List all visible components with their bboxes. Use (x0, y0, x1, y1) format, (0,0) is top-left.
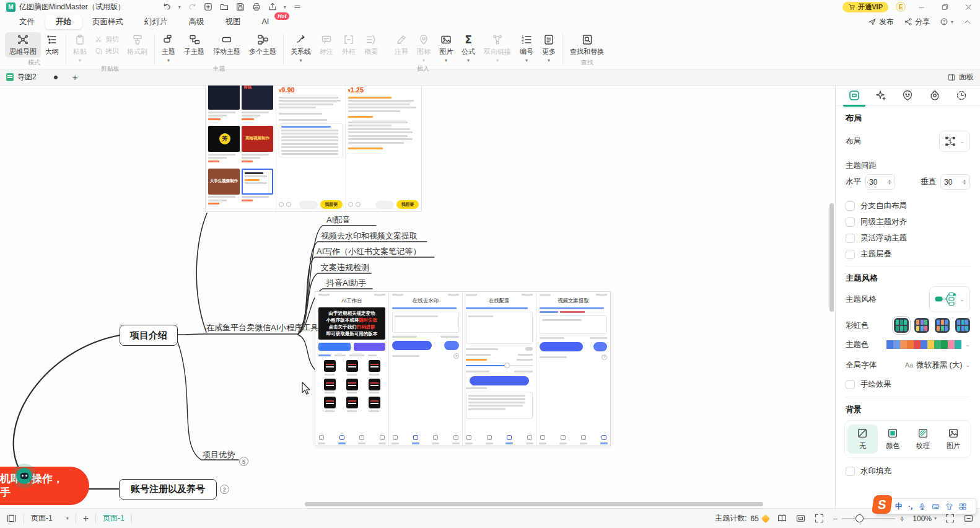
checkbox-icon[interactable] (846, 234, 855, 243)
callout-button[interactable]: 标注 (315, 32, 338, 58)
pages-overview-icon[interactable] (6, 513, 17, 524)
subtopic-douyin-ai[interactable]: 抖音AI助手 (326, 278, 366, 289)
close-button[interactable] (960, 1, 976, 12)
checkbox-sibling-align[interactable]: 同级主题对齐 (846, 217, 970, 227)
print-icon[interactable] (252, 2, 261, 12)
tab-ai[interactable]: AI Hot (252, 15, 280, 28)
ime-voice-icon[interactable] (918, 503, 926, 511)
document-tab[interactable]: 导图2 (17, 72, 37, 82)
avatar[interactable]: E (896, 2, 906, 12)
canvas-vertical-scrollbar[interactable] (829, 203, 834, 312)
tab-view[interactable]: 视图 (215, 15, 252, 29)
collapse-panel-icon[interactable] (963, 513, 974, 524)
redo-icon[interactable] (187, 2, 197, 12)
page-dropdown[interactable]: 页面-1▾ (31, 513, 69, 524)
cut-button[interactable]: 剪切 (95, 35, 119, 44)
undo-dropdown-caret[interactable]: ▾ (178, 4, 181, 10)
checkbox-icon[interactable] (846, 250, 855, 259)
checkbox-icon[interactable] (846, 380, 855, 389)
checkbox-topic-overlap[interactable]: 主题层叠 (846, 249, 970, 260)
collapse-ribbon-icon[interactable] (963, 18, 971, 26)
theme-color-strip[interactable] (886, 340, 961, 349)
maximize-button[interactable] (937, 1, 953, 12)
share-button[interactable]: 分享 (904, 17, 930, 27)
help-button[interactable]: ▾ (940, 17, 953, 26)
ime-keyboard-icon[interactable] (932, 503, 940, 511)
new-document-icon[interactable] (203, 2, 213, 12)
subtopic-compliance[interactable]: 文案违规检测 (321, 262, 369, 273)
checkbox-handdrawn[interactable]: 手绘效果 (846, 379, 970, 390)
ime-toolbox-icon[interactable] (959, 503, 967, 511)
note-button[interactable]: 注释 (390, 32, 413, 58)
central-topic[interactable]: 机即可操作， 手 (0, 467, 89, 505)
fullscreen-icon[interactable] (945, 513, 955, 524)
checkbox-watermark[interactable]: 水印填充 (846, 466, 970, 477)
tab-advanced[interactable]: 高级 (178, 15, 215, 29)
relation-line-button[interactable]: 关系线▾ (286, 32, 315, 64)
sogou-logo-icon[interactable]: S (872, 495, 893, 514)
copy-button[interactable]: 拷贝 (95, 46, 119, 56)
bg-option-color[interactable]: 颜色 (878, 425, 908, 454)
more-button[interactable]: 更多▾ (538, 32, 560, 64)
minimize-button[interactable] (913, 1, 929, 12)
topic-project-intro[interactable]: 项目介绍 (120, 325, 178, 346)
ai-robot-icon[interactable] (16, 468, 32, 484)
panel-tab-sticker[interactable] (901, 89, 914, 102)
bg-option-none[interactable]: 无 (847, 425, 878, 454)
ime-toolbar[interactable]: S 中 ·, (876, 498, 976, 514)
formula-button[interactable]: Σ 公式▾ (457, 32, 479, 64)
ime-skin-icon[interactable] (945, 503, 953, 511)
topic-branch-xianyu[interactable]: 在咸鱼平台卖微信AI小程序工具 (206, 322, 318, 333)
checkbox-icon[interactable] (846, 201, 855, 211)
bg-option-texture[interactable]: 纹理 (908, 425, 938, 454)
checkbox-icon[interactable] (846, 218, 855, 227)
theme-color-caret[interactable]: ⌄ (965, 341, 970, 348)
subtopic-watermark[interactable]: 视频去水印和视频文案提取 (321, 231, 418, 242)
topic-project-advantage[interactable]: 项目优势 (203, 449, 235, 460)
panel-tab-layout[interactable] (847, 89, 861, 102)
multi-topic-button[interactable]: 多个主题 (245, 32, 281, 58)
subtopic-ai-writing[interactable]: AI写作（小红书文案笔记等） (317, 246, 421, 257)
zoom-in-button[interactable]: + (899, 514, 904, 524)
page-tab-active[interactable]: 页面-1 (103, 513, 125, 524)
subtopic-button[interactable]: 子主题 (180, 32, 209, 58)
sticker-button[interactable]: 图标▾ (413, 32, 435, 64)
floating-topic-button[interactable]: 浮动主题 (209, 32, 245, 58)
topic-button[interactable]: 主题▾ (157, 32, 180, 64)
checkbox-flexible-floating[interactable]: 灵活浮动主题 (846, 233, 970, 244)
paste-button[interactable]: 粘贴▾ (69, 32, 91, 64)
checkbox-free-layout[interactable]: 分支自由布局 (846, 201, 970, 211)
global-font-dropdown[interactable]: Aa 微软雅黑 (大) ⌄ (905, 360, 970, 371)
slideshow-icon[interactable] (795, 513, 806, 524)
add-page-button[interactable]: + (83, 513, 89, 524)
outline-mode-button[interactable]: 大纲 (41, 32, 63, 58)
topic-account-register[interactable]: 账号注册以及养号 (119, 479, 217, 499)
find-replace-button[interactable]: 查找和替换 (566, 32, 608, 58)
fit-to-screen-icon[interactable] (814, 513, 825, 524)
save-icon[interactable] (235, 2, 245, 12)
collapse-badge-5[interactable]: 5 (239, 457, 248, 466)
layout-dropdown[interactable]: ⌄ (939, 131, 970, 152)
tab-slides[interactable]: 幻灯片 (134, 15, 178, 29)
zoom-level-dropdown[interactable]: 100%▾ (912, 514, 937, 523)
ime-language-toggle[interactable]: 中 (895, 501, 903, 512)
rainbow-palette-2[interactable] (914, 318, 929, 333)
ime-punctuation-toggle[interactable]: ·, (908, 502, 912, 511)
panel-toggle-button[interactable]: 面板 (947, 72, 974, 82)
rainbow-palette-4[interactable] (955, 318, 970, 333)
rainbow-palette-1[interactable] (894, 318, 909, 333)
zoom-slider-knob[interactable] (855, 514, 864, 522)
mindmap-mode-button[interactable]: 思维导图 (5, 32, 41, 58)
canvas-horizontal-scrollbar[interactable] (305, 502, 763, 506)
tab-page-style[interactable]: 页面样式 (82, 15, 134, 29)
bidirectional-link-button[interactable]: 双向链接▾ (479, 32, 515, 64)
tab-file[interactable]: 文件 (9, 15, 45, 29)
format-painter-button[interactable]: 格式刷 (123, 32, 152, 58)
theme-style-dropdown[interactable]: ⌄ (929, 286, 970, 312)
add-document-tab-button[interactable]: + (72, 72, 78, 82)
summary-button[interactable]: 概要 (360, 32, 382, 58)
zoom-out-button[interactable]: − (833, 514, 838, 524)
open-file-icon[interactable] (219, 2, 229, 12)
subtopic-ai-voice[interactable]: AI配音 (326, 214, 350, 226)
boundary-button[interactable]: 外框 (338, 32, 360, 58)
